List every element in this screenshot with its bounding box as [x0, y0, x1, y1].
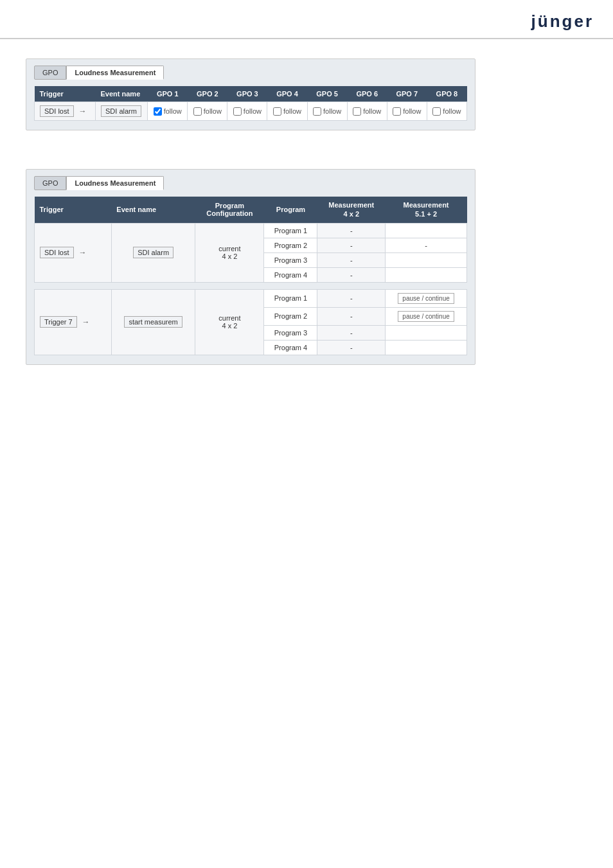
col-gpo3: GPO 3	[227, 86, 267, 102]
event-name-label: SDI alarm	[101, 105, 141, 117]
meas2-1-1	[386, 223, 467, 238]
col-gpo1: GPO 1	[148, 86, 188, 102]
gpo6-checkbox[interactable]	[353, 107, 361, 116]
meas1-2-4: -	[317, 340, 386, 355]
meas2-1-2: -	[386, 238, 467, 252]
program-1-4: Program 4	[264, 267, 317, 282]
program-2-2: Program 2	[264, 307, 317, 325]
logo: jünger	[531, 12, 594, 31]
meas2-2-1: pause / continue	[386, 289, 467, 307]
meas1-1-2: -	[317, 238, 386, 252]
tab-gpo-2[interactable]: GPO	[34, 176, 66, 190]
program-1-1: Program 1	[264, 223, 317, 238]
gpo2-cell: follow	[188, 102, 227, 121]
gpo4-follow-label: follow	[283, 107, 301, 115]
content-area: GPO Loudness Measurement Trigger Event n…	[0, 39, 613, 423]
meas2-1-3	[386, 252, 467, 267]
trigger-cell-2: Trigger 7 →	[35, 289, 112, 355]
pause-btn-1[interactable]: pause / continue	[398, 293, 454, 304]
table-row: SDI lost → SDI alarm current4 x 2 Progra…	[35, 223, 467, 238]
gpo4-cell: follow	[267, 102, 307, 121]
col-trigger: Trigger	[35, 86, 96, 102]
trigger-cell-1: SDI lost →	[35, 223, 112, 282]
arrow-1: →	[79, 248, 87, 257]
event-name-cell: SDI alarm	[96, 102, 148, 121]
gpo2-checkbox[interactable]	[193, 107, 202, 116]
gpo-table: Trigger Event name GPO 1 GPO 2 GPO 3 GPO…	[34, 86, 467, 121]
table-row: SDI lost → SDI alarm follow	[35, 102, 467, 121]
meas1-1-3: -	[317, 252, 386, 267]
arrow-icon: →	[79, 107, 87, 116]
gpo7-checkbox[interactable]	[393, 107, 401, 116]
loudness-table: Trigger Event name ProgramConfiguration …	[34, 197, 467, 355]
table-row: Trigger 7 → start measurem current4 x 2 …	[35, 289, 467, 307]
trigger-1: SDI lost	[40, 247, 74, 258]
program-2-1: Program 1	[264, 289, 317, 307]
gpo1-follow-label: follow	[164, 107, 182, 115]
gpo1-checkbox[interactable]	[154, 107, 162, 116]
config-cell-2: current4 x 2	[195, 289, 264, 355]
gpo8-checkbox[interactable]	[432, 107, 441, 116]
page-wrapper: jünger GPO Loudness Measurement Trigger …	[0, 0, 613, 423]
trigger-area: SDI lost →	[40, 105, 90, 117]
meas1-2-3: -	[317, 325, 386, 340]
col-gpo4: GPO 4	[267, 86, 307, 102]
gpo6-cell: follow	[347, 102, 387, 121]
col-gpo2: GPO 2	[188, 86, 227, 102]
spacer-cell	[35, 282, 467, 289]
gpo2-follow-label: follow	[204, 107, 222, 115]
trigger-label: SDI lost	[40, 105, 74, 117]
event-name-1: SDI alarm	[133, 247, 173, 258]
gpo5-checkbox[interactable]	[313, 107, 321, 116]
section1-tabs: GPO Loudness Measurement	[34, 66, 467, 80]
pause-btn-2[interactable]: pause / continue	[398, 311, 454, 322]
tab-loudness-2[interactable]: Loudness Measurement	[66, 176, 164, 190]
section-gpo: GPO Loudness Measurement Trigger Event n…	[26, 58, 587, 130]
col2-event-name: Event name	[111, 197, 195, 223]
loudness-table-container: GPO Loudness Measurement Trigger Event n…	[26, 169, 475, 365]
tab-loudness-1[interactable]: Loudness Measurement	[66, 66, 164, 80]
gpo3-checkbox[interactable]	[233, 107, 242, 116]
col2-program: Program	[264, 197, 317, 223]
col2-meas2: Measurement5.1 + 2	[386, 197, 467, 223]
gpo1-cell: follow	[148, 102, 188, 121]
col2-meas1: Measurement4 x 2	[317, 197, 386, 223]
col-gpo6: GPO 6	[347, 86, 387, 102]
gpo7-follow-label: follow	[403, 107, 421, 115]
gpo5-follow-label: follow	[323, 107, 341, 115]
col-gpo5: GPO 5	[307, 86, 347, 102]
col-gpo8: GPO 8	[427, 86, 466, 102]
event-name-2: start measurem	[124, 316, 182, 328]
meas1-1-1: -	[317, 223, 386, 238]
gpo7-cell: follow	[387, 102, 427, 121]
meas2-2-4	[386, 340, 467, 355]
program-2-4: Program 4	[264, 340, 317, 355]
arrow-2: →	[82, 317, 90, 326]
meas1-2-1: -	[317, 289, 386, 307]
event-name-cell-2: start measurem	[111, 289, 195, 355]
meas2-2-2: pause / continue	[386, 307, 467, 325]
page-header: jünger	[0, 0, 613, 39]
tab-gpo-1[interactable]: GPO	[34, 66, 66, 80]
gpo3-cell: follow	[227, 102, 267, 121]
event-name-cell-1: SDI alarm	[111, 223, 195, 282]
col-event-name: Event name	[96, 86, 148, 102]
gpo8-cell: follow	[427, 102, 466, 121]
section2-tabs: GPO Loudness Measurement	[34, 176, 467, 190]
meas1-2-2: -	[317, 307, 386, 325]
gpo5-cell: follow	[307, 102, 347, 121]
program-1-2: Program 2	[264, 238, 317, 252]
gpo4-checkbox[interactable]	[273, 107, 281, 116]
spacer-row	[35, 282, 467, 289]
trigger-cell: SDI lost →	[35, 102, 96, 121]
meas1-1-4: -	[317, 267, 386, 282]
config-cell-1: current4 x 2	[195, 223, 264, 282]
col2-program-config: ProgramConfiguration	[195, 197, 264, 223]
gpo8-follow-label: follow	[443, 107, 461, 115]
section-loudness: GPO Loudness Measurement Trigger Event n…	[26, 169, 587, 365]
col2-trigger: Trigger	[35, 197, 112, 223]
meas2-2-3	[386, 325, 467, 340]
program-2-3: Program 3	[264, 325, 317, 340]
gpo6-follow-label: follow	[363, 107, 381, 115]
gpo-table-container: GPO Loudness Measurement Trigger Event n…	[26, 58, 475, 130]
